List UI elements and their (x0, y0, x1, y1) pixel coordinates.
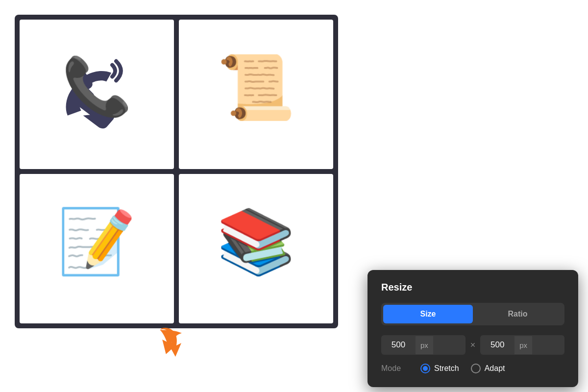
size-row: px × px (381, 335, 564, 355)
books-icon: 📚 (206, 200, 306, 297)
phone-icon: 📞 (47, 46, 147, 143)
height-input-group: px (480, 335, 564, 355)
height-input[interactable] (480, 335, 514, 355)
resize-panel: Resize Size Ratio px × px Mode Stretch A… (368, 270, 578, 387)
notepad-icon: 📝 (47, 200, 147, 297)
svg-text:📜: 📜 (217, 50, 295, 124)
scroll-icon: 📜 (206, 46, 306, 143)
icon-cell-phone: 📞 (20, 20, 174, 169)
height-unit: px (514, 336, 532, 354)
mode-row: Mode Stretch Adapt (381, 364, 564, 373)
icon-cell-scroll: 📜 (179, 20, 333, 169)
svg-text:📝: 📝 (57, 204, 136, 279)
mode-stretch-option[interactable]: Stretch (420, 364, 459, 373)
stretch-label: Stretch (434, 364, 459, 373)
arrow-icon (152, 323, 191, 363)
mode-adapt-option[interactable]: Adapt (471, 364, 505, 373)
stretch-radio-circle[interactable] (420, 364, 430, 373)
times-symbol: × (470, 340, 476, 350)
width-input[interactable] (381, 335, 416, 355)
svg-text:📚: 📚 (217, 204, 295, 279)
icon-cell-notepad: 📝 (20, 174, 174, 323)
adapt-radio-circle[interactable] (471, 364, 481, 373)
svg-text:📞: 📞 (62, 53, 132, 120)
icon-grid: 📞 📜 📝 📚 (15, 15, 338, 328)
mode-label: Mode (381, 364, 411, 373)
arrow-container (152, 323, 191, 363)
canvas-area: 📞 📜 📝 📚 (15, 15, 348, 348)
panel-title: Resize (381, 282, 564, 293)
tab-size[interactable]: Size (383, 305, 473, 323)
tab-ratio[interactable]: Ratio (473, 305, 563, 323)
mode-radio-group: Stretch Adapt (420, 364, 505, 373)
width-unit: px (416, 336, 433, 354)
width-input-group: px (381, 335, 466, 355)
icon-cell-books: 📚 (179, 174, 333, 323)
adapt-label: Adapt (485, 364, 505, 373)
tab-row: Size Ratio (381, 303, 564, 325)
